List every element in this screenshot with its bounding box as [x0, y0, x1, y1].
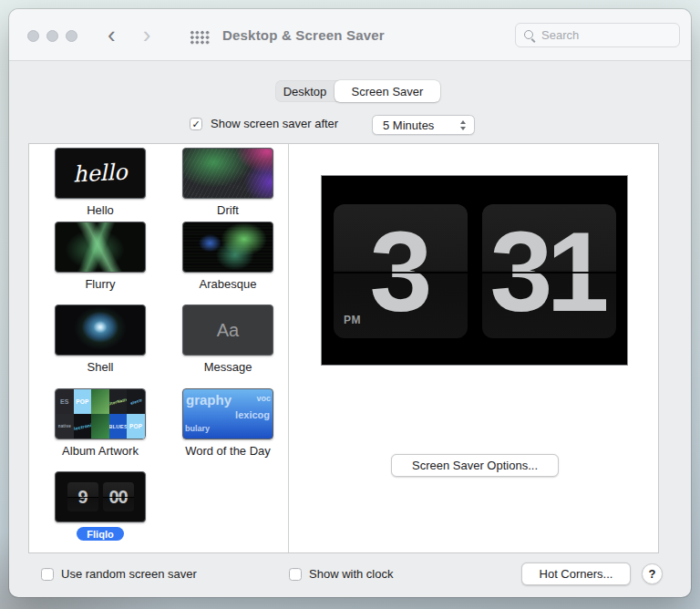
hello-script-text: hello: [73, 159, 129, 187]
selected-saver-badge: Fliqlo: [77, 527, 123, 541]
nav-arrows: ‹ ›: [108, 21, 150, 48]
use-random-screen-saver-checkbox[interactable]: [41, 568, 54, 581]
search-icon: [523, 29, 536, 42]
album-tile: electr: [127, 389, 145, 414]
word-fragment: bulary: [185, 424, 210, 433]
saver-item-fliqlo[interactable]: 9 00 Fliqlo: [36, 471, 164, 542]
zoom-window-button[interactable]: [66, 30, 77, 42]
saver-item-album-artwork[interactable]: ES POP AlterNative electr native electro…: [36, 388, 164, 458]
shell-thumbnail: [55, 304, 146, 356]
album-tile: electronic: [74, 414, 92, 439]
album-tile: POP: [127, 414, 145, 439]
word-fragment: graphy: [186, 392, 232, 408]
screen-saver-panel: hello Hello Drift Flurry Arabesque: [28, 143, 659, 553]
saver-item-hello[interactable]: hello Hello: [36, 148, 164, 217]
fliqlo-hour-card: 9: [67, 482, 98, 511]
message-sample-text: Aa: [217, 320, 239, 341]
album-tile: native: [56, 414, 74, 439]
album-tile: AlterNative: [109, 389, 128, 414]
saver-item-drift[interactable]: Drift: [164, 148, 289, 217]
saver-label: Hello: [36, 203, 164, 217]
tab-bar: Desktop Screen Saver: [275, 80, 440, 102]
screen-saver-options-button[interactable]: Screen Saver Options...: [391, 454, 559, 477]
tab-screen-saver[interactable]: Screen Saver: [335, 80, 440, 102]
saver-item-message[interactable]: Aa Message: [164, 304, 289, 374]
system-preferences-window: ‹ › Desktop & Screen Saver Desktop Scree…: [9, 9, 691, 597]
tab-desktop[interactable]: Desktop: [275, 80, 335, 102]
message-thumbnail: Aa: [182, 304, 273, 356]
saver-label: Flurry: [36, 277, 164, 291]
album-artwork-thumbnail: ES POP AlterNative electr native electro…: [55, 388, 146, 439]
idle-time-value: 5 Minutes: [383, 119, 458, 132]
idle-time-dropdown[interactable]: 5 Minutes: [372, 115, 475, 135]
screen-saver-list[interactable]: hello Hello Drift Flurry Arabesque: [29, 144, 289, 552]
show-screen-saver-after-checkbox[interactable]: ✓: [190, 118, 202, 130]
flip-clock-minute-card: 31: [482, 204, 616, 338]
hot-corners-button[interactable]: Hot Corners...: [521, 563, 631, 585]
fliqlo-minute-card: 00: [103, 482, 134, 511]
saver-label: Word of the Day: [164, 444, 289, 458]
back-icon[interactable]: ‹: [108, 21, 116, 48]
show-screen-saver-after-label: Show screen saver after: [211, 117, 338, 130]
saver-item-arabesque[interactable]: Arabesque: [164, 222, 289, 291]
saver-label: Album Artwork: [36, 444, 164, 458]
saver-item-flurry[interactable]: Flurry: [36, 222, 164, 291]
saver-label: Drift: [164, 203, 289, 217]
forward-icon[interactable]: ›: [143, 21, 151, 48]
fliqlo-thumbnail: 9 00: [55, 471, 146, 522]
word-fragment: voc: [256, 394, 271, 403]
word-fragment: lexicog: [235, 409, 270, 420]
flip-clock-hour-card: 3 PM: [334, 204, 468, 338]
album-tile: [91, 414, 109, 439]
page-title: Desktop & Screen Saver: [222, 27, 385, 43]
meridiem-label: PM: [344, 314, 361, 326]
search-input[interactable]: [541, 28, 660, 42]
chevron-up-down-icon: [458, 120, 468, 130]
saver-item-shell[interactable]: Shell: [36, 304, 164, 374]
help-button[interactable]: ?: [642, 563, 663, 584]
hello-thumbnail: hello: [55, 148, 146, 199]
minimize-window-button[interactable]: [46, 30, 58, 42]
flurry-thumbnail: [55, 222, 146, 273]
desktop-background: ‹ › Desktop & Screen Saver Desktop Scree…: [0, 0, 700, 609]
album-tile: ES: [56, 389, 74, 414]
album-tile: [91, 389, 109, 414]
drift-thumbnail: [182, 148, 273, 199]
album-tile: BLUES: [109, 414, 128, 439]
arabesque-thumbnail: [182, 222, 273, 273]
saver-label: Shell: [36, 360, 164, 374]
saver-label: Arabesque: [164, 277, 289, 291]
close-window-button[interactable]: [27, 30, 39, 42]
word-of-the-day-thumbnail: graphy voc lexicog bulary: [182, 388, 273, 439]
checkmark-icon: ✓: [191, 119, 200, 129]
album-tile: POP: [74, 389, 92, 414]
use-random-screen-saver-label: Use random screen saver: [61, 567, 197, 581]
saver-label: Message: [164, 360, 289, 374]
title-bar: ‹ › Desktop & Screen Saver: [9, 9, 691, 61]
show-with-clock-checkbox[interactable]: [289, 568, 302, 581]
screen-saver-preview: 3 PM 31: [321, 175, 628, 366]
window-controls: [27, 30, 77, 42]
search-field[interactable]: [515, 23, 680, 47]
show-with-clock-label: Show with clock: [309, 567, 393, 581]
minute-digits: 31: [482, 204, 616, 338]
show-all-grid-icon[interactable]: [190, 30, 210, 45]
saver-item-word-of-the-day[interactable]: graphy voc lexicog bulary Word of the Da…: [164, 388, 289, 458]
